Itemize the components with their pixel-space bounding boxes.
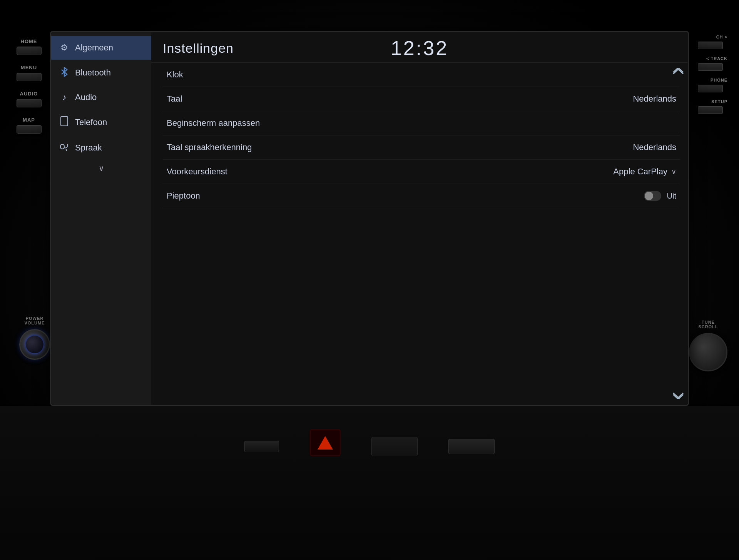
sidebar-item-algemeen-label: Algemeen xyxy=(75,43,113,53)
scroll-up-button[interactable] xyxy=(672,67,684,77)
pieptoon-toggle[interactable] xyxy=(644,191,661,201)
power-volume-label: POWERVOLUME xyxy=(20,316,49,325)
clock-display: 12:32 xyxy=(391,37,448,60)
setup-button-label: SETUP xyxy=(711,99,727,104)
bluetooth-icon xyxy=(59,67,70,79)
phone-button-label: PHONE xyxy=(711,78,727,82)
gear-selector[interactable] xyxy=(371,437,418,456)
menu-button-group[interactable]: MENU xyxy=(17,65,42,81)
sidebar-item-algemeen[interactable]: ⚙ Algemeen xyxy=(51,36,151,60)
chevron-down-icon: ∨ xyxy=(99,164,104,173)
audio-button-group[interactable]: AUDIO xyxy=(17,91,42,107)
tune-scroll-label: TUNESCROLL xyxy=(691,320,726,329)
ch-button-label: CH > xyxy=(716,35,727,39)
header: Instellingen 12:32 xyxy=(151,32,688,63)
power-knob-inner xyxy=(25,335,44,354)
ch-button-group[interactable]: CH > xyxy=(693,35,727,49)
hazard-button[interactable] xyxy=(310,429,341,456)
sidebar: ⚙ Algemeen Bluetooth ♪ Audio xyxy=(51,32,151,405)
power-volume-knob[interactable] xyxy=(19,329,50,360)
pieptoon-row[interactable]: Pieptoon Uit xyxy=(163,184,680,208)
settings-list: Klok Taal Nederlands Beginscherm aanpass… xyxy=(151,63,688,405)
audio-button-label: AUDIO xyxy=(20,91,38,97)
beginscherm-label: Beginscherm aanpassen xyxy=(167,118,260,128)
home-button-label: HOME xyxy=(21,38,37,44)
beginscherm-row[interactable]: Beginscherm aanpassen xyxy=(163,111,680,135)
music-icon: ♪ xyxy=(59,92,70,102)
sidebar-item-spraak-label: Spraak xyxy=(75,143,102,153)
taal-row[interactable]: Taal Nederlands xyxy=(163,87,680,111)
svg-rect-3 xyxy=(61,117,68,126)
track-button-group[interactable]: < TRACK xyxy=(693,56,727,71)
sidebar-item-audio-label: Audio xyxy=(75,92,97,102)
screen-content: ⚙ Algemeen Bluetooth ♪ Audio xyxy=(51,32,688,405)
voice-icon xyxy=(59,142,70,153)
tune-scroll-knob[interactable] xyxy=(689,333,727,371)
sidebar-item-telefoon[interactable]: Telefoon xyxy=(51,109,151,135)
dropdown-arrow-icon: ∨ xyxy=(671,167,676,176)
scroll-down-button[interactable] xyxy=(672,390,684,401)
voorkeur-value: Apple CarPlay ∨ xyxy=(613,167,676,177)
bottom-left-btn[interactable] xyxy=(244,441,279,452)
sidebar-more-button[interactable]: ∨ xyxy=(51,160,151,177)
hazard-triangle-icon xyxy=(318,436,333,450)
pieptoon-value: Uit xyxy=(667,192,676,201)
home-button-group[interactable]: HOME xyxy=(17,38,42,55)
page-title: Instellingen xyxy=(163,41,234,56)
taal-value: Nederlands xyxy=(633,94,676,104)
ch-button[interactable] xyxy=(698,42,723,49)
phone-button-group[interactable]: PHONE xyxy=(693,78,727,92)
bottom-console xyxy=(0,406,739,560)
voorkeur-value-text: Apple CarPlay xyxy=(613,167,667,177)
sidebar-item-bluetooth[interactable]: Bluetooth xyxy=(51,60,151,85)
klok-label: Klok xyxy=(167,70,183,80)
sidebar-item-bluetooth-label: Bluetooth xyxy=(75,68,111,78)
voorkeur-row[interactable]: Voorkeursdienst Apple CarPlay ∨ xyxy=(163,160,680,184)
taal-spraak-label: Taal spraakherkenning xyxy=(167,142,252,152)
main-area: Instellingen 12:32 Klok xyxy=(151,32,688,405)
sidebar-item-telefoon-label: Telefoon xyxy=(75,117,107,127)
track-button-label: < TRACK xyxy=(706,56,727,61)
map-button-group[interactable]: MAP xyxy=(17,117,42,134)
taal-spraak-row[interactable]: Taal spraakherkenning Nederlands xyxy=(163,135,680,160)
setup-button-group[interactable]: SETUP xyxy=(693,99,727,114)
pieptoon-label: Pieptoon xyxy=(167,191,200,201)
sidebar-item-spraak[interactable]: Spraak xyxy=(51,135,151,160)
taal-label: Taal xyxy=(167,94,182,104)
audio-button[interactable] xyxy=(17,99,42,107)
voorkeur-label: Voorkeursdienst xyxy=(167,167,227,177)
menu-button[interactable] xyxy=(17,73,42,81)
menu-button-label: MENU xyxy=(21,65,37,70)
screen: ⚙ Algemeen Bluetooth ♪ Audio xyxy=(50,31,689,406)
phone-button[interactable] xyxy=(698,85,723,92)
setup-button[interactable] xyxy=(698,106,723,114)
gear-icon: ⚙ xyxy=(59,43,70,53)
toggle-thumb xyxy=(645,192,653,200)
map-button-label: MAP xyxy=(23,117,35,123)
pieptoon-toggle-container: Uit xyxy=(644,191,676,201)
home-button[interactable] xyxy=(17,47,42,55)
taal-spraak-value: Nederlands xyxy=(633,142,676,152)
track-button[interactable] xyxy=(698,63,723,71)
bottom-right-btn[interactable] xyxy=(448,439,495,454)
sidebar-item-audio[interactable]: ♪ Audio xyxy=(51,85,151,109)
map-button[interactable] xyxy=(17,125,42,134)
klok-row[interactable]: Klok xyxy=(163,63,680,87)
phone-icon xyxy=(59,116,70,129)
